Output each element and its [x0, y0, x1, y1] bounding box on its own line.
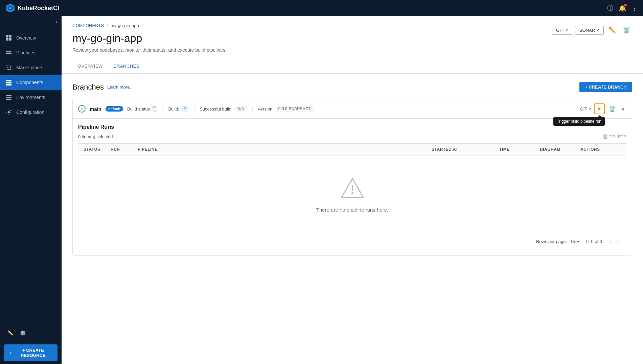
rows-per-page-control: Rows per page: 15 25 50: [536, 239, 581, 244]
pipeline-runs-title: Pipeline Runs: [78, 124, 626, 130]
svg-rect-18: [6, 97, 12, 98]
logo-icon: [5, 3, 15, 13]
col-time: Time: [499, 147, 540, 152]
header-actions: GIT ↗ SONAR ↗ ✏️ 🗑️: [552, 23, 632, 36]
delete-button[interactable]: 🗑️: [621, 24, 632, 36]
branch-card: ✓ main default Build status ? | Build: 1…: [72, 99, 632, 256]
page-title-row: COMPONENTS / my-go-gin-app my-go-gin-app…: [72, 23, 632, 58]
pagination-nav: ‹ ›: [607, 237, 621, 246]
configuration-icon: [5, 109, 12, 116]
delete-branch-button[interactable]: 🗑️: [607, 104, 617, 114]
next-page-button[interactable]: ›: [615, 237, 621, 246]
breadcrumb-link[interactable]: COMPONENTS: [72, 23, 104, 28]
build-count: 1: [181, 105, 189, 113]
sidebar-item-label-environments: Environments: [16, 95, 45, 100]
svg-rect-6: [9, 38, 12, 41]
branches-title: Branches: [72, 83, 104, 92]
environments-icon: [5, 94, 12, 101]
sidebar-item-environments[interactable]: Environments: [0, 90, 62, 105]
main-layout: ‹ Overview Pipelines Marketplace: [0, 16, 643, 364]
col-run: Run: [111, 147, 138, 152]
external-link-icon: ↗: [565, 28, 568, 32]
col-diagram: Diagram: [540, 147, 580, 152]
page-title: my-go-gin-app: [72, 32, 227, 45]
branch-meta-build: Build: 1: [168, 105, 189, 113]
sidebar-item-label-components: Components: [16, 80, 43, 85]
svg-point-2: [9, 7, 11, 9]
sidebar-item-marketplace[interactable]: Marketplace: [0, 60, 62, 75]
version-value: 0.0.0-SNAPSHOT: [276, 106, 314, 112]
branch-status-icon: ✓: [78, 105, 86, 113]
delete-icon: 🗑️: [602, 134, 608, 139]
git-label: GIT: [556, 28, 564, 33]
breadcrumb-current: my-go-gin-app: [111, 23, 139, 28]
topbar: KubeRocketCI ⓘ 🔔 ⋮: [0, 0, 643, 16]
tab-overview[interactable]: OVERVIEW: [72, 59, 108, 73]
delete-label: DELETE: [609, 134, 626, 139]
sidebar-nav: Overview Pipelines Marketplace Component…: [0, 28, 62, 324]
sidebar-item-overview[interactable]: Overview: [0, 30, 62, 45]
create-resource-button[interactable]: + + CREATE RESOURCE: [4, 344, 58, 361]
git-button[interactable]: GIT ↗: [552, 26, 572, 35]
trigger-tooltip: Trigger build pipeline run: [553, 117, 605, 126]
trigger-pipeline-button[interactable]: [594, 103, 605, 114]
pipelines-icon: [5, 49, 12, 56]
sidebar-item-pipelines[interactable]: Pipelines: [0, 45, 62, 60]
items-selected-count: 0 item(s) selected: [78, 134, 113, 139]
sidebar-item-label-overview: Overview: [16, 35, 36, 41]
sonar-button[interactable]: SONAR ↗: [575, 26, 604, 35]
svg-rect-15: [8, 82, 12, 83]
rows-per-page-select[interactable]: 15 25 50: [569, 239, 581, 244]
edit-settings-icon[interactable]: ✏️: [5, 328, 15, 338]
rows-per-page-label: Rows per page:: [536, 239, 567, 244]
content-area: COMPONENTS / my-go-gin-app my-go-gin-app…: [62, 16, 643, 364]
tab-branches[interactable]: BRANCHES: [108, 59, 145, 73]
plus-icon: +: [9, 350, 12, 356]
col-pipeline: Pipeline: [138, 147, 432, 152]
app-logo: KubeRocketCI: [5, 3, 607, 13]
breadcrumb-separator: /: [107, 23, 108, 28]
notification-dot: [624, 4, 627, 6]
sidebar-collapse-button[interactable]: ‹: [0, 16, 62, 28]
tabs: OVERVIEW BRANCHES: [72, 59, 632, 73]
empty-state-icon: [339, 176, 366, 201]
learn-more-link[interactable]: Learn more.: [107, 84, 131, 90]
default-badge: default: [106, 106, 123, 112]
branches-section-header: Branches Learn more. + CREATE BRANCH: [72, 82, 632, 92]
svg-rect-16: [8, 84, 12, 86]
sidebar: ‹ Overview Pipelines Marketplace: [0, 16, 62, 364]
col-started-at: Started at: [432, 147, 499, 152]
pipeline-runs-section: Pipeline Runs 0 item(s) selected 🗑️ DELE…: [73, 119, 632, 255]
sidebar-item-configuration[interactable]: Configuration: [0, 105, 62, 120]
breadcrumb: COMPONENTS / my-go-gin-app: [72, 23, 227, 28]
pipeline-runs-table: Status Run Pipeline Started at Time Diag…: [78, 143, 626, 250]
gear-bottom-icon[interactable]: ⚙️: [18, 328, 28, 338]
prev-page-button[interactable]: ‹: [607, 237, 614, 246]
edit-button[interactable]: ✏️: [606, 24, 618, 36]
svg-point-10: [9, 69, 11, 70]
create-resource-label: + CREATE RESOURCE: [14, 348, 52, 358]
empty-state: There are no pipeline runs here.: [78, 155, 626, 233]
content-header: COMPONENTS / my-go-gin-app my-go-gin-app…: [62, 16, 643, 74]
content-body: Branches Learn more. + CREATE BRANCH ✓ m…: [62, 74, 643, 364]
svg-rect-4: [9, 35, 12, 38]
svg-point-9: [7, 69, 9, 70]
branch-meta-successful-build: Successful build: N/A: [200, 106, 247, 112]
build-status-help-icon[interactable]: ?: [152, 106, 157, 112]
sonar-label: SONAR: [579, 28, 595, 33]
create-branch-button[interactable]: + CREATE BRANCH: [579, 82, 632, 92]
branch-git-link[interactable]: GIT ↗: [580, 106, 591, 112]
info-icon[interactable]: ⓘ: [607, 4, 613, 12]
components-icon: [5, 79, 12, 86]
sidebar-item-components[interactable]: Components: [0, 75, 62, 90]
menu-icon[interactable]: ⋮: [631, 4, 638, 12]
topbar-actions: ⓘ 🔔 ⋮: [607, 4, 638, 12]
svg-point-20: [8, 111, 10, 113]
collapse-branch-button[interactable]: ∧: [620, 104, 626, 114]
notifications-icon[interactable]: 🔔: [619, 4, 626, 12]
delete-selected-button[interactable]: 🗑️ DELETE: [602, 134, 626, 139]
table-header: Status Run Pipeline Started at Time Diag…: [78, 144, 626, 155]
marketplace-icon: [5, 64, 12, 71]
pagination-row: Rows per page: 15 25 50 0–0 of 0 ‹ ›: [78, 233, 626, 250]
sidebar-item-label-configuration: Configuration: [16, 110, 44, 115]
